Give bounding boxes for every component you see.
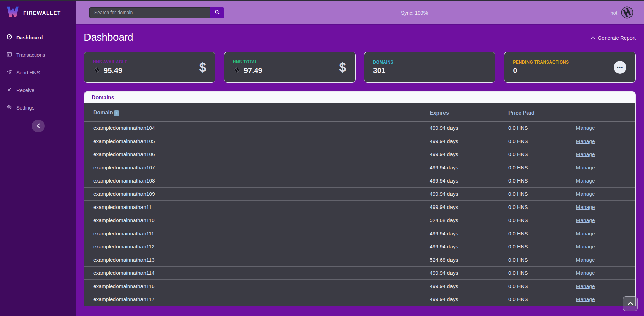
price-paid-cell: 0.0 HNS xyxy=(508,267,576,280)
domains-panel-title: Domains xyxy=(84,92,635,103)
manage-link[interactable]: Manage xyxy=(576,296,595,302)
pending-transactions-menu-button[interactable]: ••• xyxy=(614,61,626,74)
app-root: FIREWALLET Dashboard Transactions Send H… xyxy=(0,1,644,316)
price-paid-cell: 0.0 HNS xyxy=(508,253,576,267)
manage-link[interactable]: Manage xyxy=(576,230,595,236)
manage-cell: Manage xyxy=(576,267,635,280)
manage-cell: Manage xyxy=(576,122,635,135)
search-input[interactable] xyxy=(89,7,210,18)
receive-icon xyxy=(6,87,12,94)
search-icon xyxy=(214,9,220,16)
price-paid-cell: 0.0 HNS xyxy=(508,188,576,201)
expires-cell: 499.94 days xyxy=(430,293,508,306)
sidebar-item-label: Send HNS xyxy=(16,70,40,75)
sidebar-item-dashboard[interactable]: Dashboard xyxy=(0,28,76,46)
table-row: exampledomainnathan11499.94 days0.0 HNSM… xyxy=(84,201,635,214)
manage-link[interactable]: Manage xyxy=(576,125,595,131)
domain-cell: exampledomainnathan106 xyxy=(84,148,430,161)
sidebar-item-label: Receive xyxy=(16,87,34,93)
stat-card-text: PENDING TRANSACTIONS 0 xyxy=(513,60,569,75)
domain-cell: exampledomainnathan108 xyxy=(84,174,430,188)
domains-panel: Domains Domain↓ Expires xyxy=(84,91,636,306)
price-paid-cell: 0.0 HNS xyxy=(508,122,576,135)
wallet-name: hot xyxy=(610,10,617,16)
download-icon xyxy=(590,34,596,41)
sidebar-item-label: Settings xyxy=(16,105,34,111)
manage-link[interactable]: Manage xyxy=(576,217,595,223)
sort-by-domain[interactable]: Domain xyxy=(93,110,113,115)
gear-icon xyxy=(6,104,12,111)
stat-card-label: PENDING TRANSACTIONS xyxy=(513,60,569,65)
domain-cell: exampledomainnathan112 xyxy=(84,240,430,253)
price-paid-cell: 0.0 HNS xyxy=(508,135,576,148)
sidebar-collapse-button[interactable] xyxy=(32,120,45,132)
sidebar-item-label: Transactions xyxy=(16,52,45,58)
domains-table: Domain↓ Expires Price Paid exampledomain… xyxy=(84,103,635,306)
expires-cell: 499.94 days xyxy=(430,148,508,161)
stat-card-text: DOMAINS 301 xyxy=(373,60,394,75)
page-title: Dashboard xyxy=(84,31,133,43)
table-row: exampledomainnathan109499.94 days0.0 HNS… xyxy=(84,188,635,201)
stat-card-label: HNS AVAILABLE xyxy=(93,59,128,64)
manage-cell: Manage xyxy=(576,135,635,148)
expires-cell: 524.68 days xyxy=(430,253,508,267)
sidebar-item-settings[interactable]: Settings xyxy=(0,99,76,116)
domain-cell: exampledomainnathan111 xyxy=(84,227,430,240)
firewallet-w-logo-icon xyxy=(6,6,19,19)
sort-by-expires[interactable]: Expires xyxy=(430,110,449,116)
domain-cell: exampledomainnathan107 xyxy=(84,161,430,174)
handshake-logo-icon[interactable] xyxy=(621,6,634,19)
chevron-up-icon xyxy=(628,301,633,306)
table-icon xyxy=(6,51,12,58)
table-row: exampledomainnathan108499.94 days0.0 HNS… xyxy=(84,174,635,188)
stat-card-value: 301 xyxy=(373,66,386,75)
price-paid-cell: 0.0 HNS xyxy=(508,174,576,188)
table-row: exampledomainnathan104499.94 days0.0 HNS… xyxy=(84,122,635,135)
sidebar-item-send-hns[interactable]: Send HNS xyxy=(0,64,76,81)
sidebar-item-receive[interactable]: Receive xyxy=(0,81,76,99)
manage-link[interactable]: Manage xyxy=(576,165,595,170)
scroll-to-top-button[interactable] xyxy=(623,296,638,311)
stat-card-value: 95.49 xyxy=(104,66,122,75)
domains-table-head: Domain↓ Expires Price Paid xyxy=(84,103,635,122)
manage-link[interactable]: Manage xyxy=(576,138,595,144)
manage-link[interactable]: Manage xyxy=(576,151,595,157)
domain-cell: exampledomainnathan116 xyxy=(84,280,430,293)
expires-cell: 499.94 days xyxy=(430,201,508,214)
manage-cell: Manage xyxy=(576,174,635,188)
hns-logo-icon xyxy=(233,66,241,75)
table-row: exampledomainnathan111499.94 days0.0 HNS… xyxy=(84,227,635,240)
expires-cell: 499.94 days xyxy=(430,267,508,280)
manage-link[interactable]: Manage xyxy=(576,244,595,249)
sort-descending-icon: ↓ xyxy=(114,110,119,116)
expires-cell: 524.68 days xyxy=(430,214,508,227)
expires-cell: 499.94 days xyxy=(430,122,508,135)
manage-cell: Manage xyxy=(576,148,635,161)
gauge-icon xyxy=(6,34,12,41)
table-row: exampledomainnathan106499.94 days0.0 HNS… xyxy=(84,148,635,161)
manage-link[interactable]: Manage xyxy=(576,270,595,276)
sidebar-item-label: Dashboard xyxy=(16,34,43,40)
expires-cell: 499.94 days xyxy=(430,188,508,201)
table-row: exampledomainnathan113524.68 days0.0 HNS… xyxy=(84,253,635,267)
column-header-domain: Domain↓ xyxy=(84,103,430,122)
domain-cell: exampledomainnathan114 xyxy=(84,267,430,280)
manage-link[interactable]: Manage xyxy=(576,283,595,289)
manage-link[interactable]: Manage xyxy=(576,204,595,210)
generate-report-link[interactable]: Generate Report xyxy=(590,34,636,41)
price-paid-cell: 0.0 HNS xyxy=(508,201,576,214)
manage-link[interactable]: Manage xyxy=(576,191,595,197)
manage-link[interactable]: Manage xyxy=(576,257,595,263)
search-button[interactable] xyxy=(210,7,224,18)
manage-cell: Manage xyxy=(576,240,635,253)
stat-card-hns-total: HNS TOTAL 97.49 $ xyxy=(224,52,356,83)
stat-card-value: 0 xyxy=(513,66,517,75)
sort-by-price-paid[interactable]: Price Paid xyxy=(508,110,534,116)
manage-cell: Manage xyxy=(576,280,635,293)
column-header-actions xyxy=(576,103,635,122)
top-header: Sync: 100% hot xyxy=(76,1,644,25)
price-paid-cell: 0.0 HNS xyxy=(508,227,576,240)
sidebar-item-transactions[interactable]: Transactions xyxy=(0,46,76,64)
manage-link[interactable]: Manage xyxy=(576,178,595,184)
stat-card-value-row: 95.49 xyxy=(93,66,128,75)
